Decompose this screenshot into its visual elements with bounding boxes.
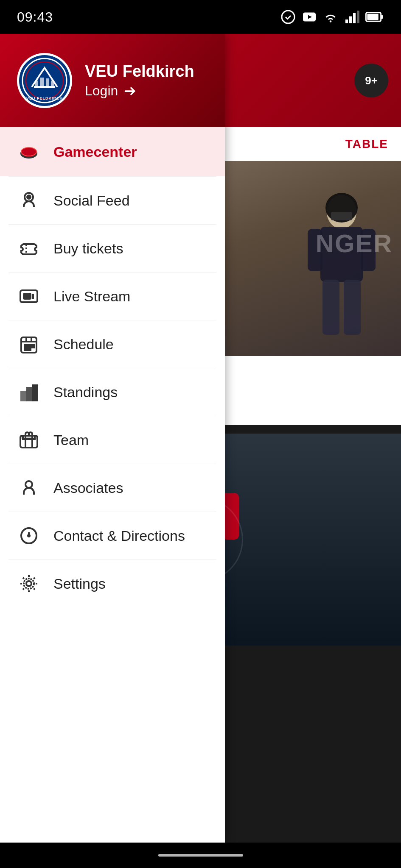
svg-rect-43	[24, 294, 31, 299]
drawer-title-block: VEU Feldkirch Login	[85, 62, 194, 99]
notification-badge: 9+	[365, 74, 378, 87]
svg-rect-31	[40, 78, 44, 87]
live-stream-label: Live Stream	[53, 288, 130, 305]
svg-rect-55	[28, 348, 31, 350]
buy-tickets-label: Buy tickets	[53, 240, 123, 257]
home-indicator[interactable]	[158, 854, 243, 857]
youtube-icon	[302, 9, 317, 25]
svg-rect-52	[28, 345, 31, 348]
logo-svg: VEU FELDKIRCH	[21, 57, 68, 104]
social-feed-label: Social Feed	[53, 192, 130, 209]
schedule-icon	[17, 332, 41, 356]
ticket-icon	[17, 236, 41, 260]
logo-inner: VEU FELDKIRCH	[19, 55, 70, 106]
associates-icon	[17, 476, 41, 500]
menu-item-team[interactable]: Team	[0, 416, 225, 464]
drawer-app-name: VEU Feldkirch	[85, 62, 194, 81]
menu-item-gamecenter[interactable]: Gamecenter	[0, 127, 225, 176]
menu-item-associates[interactable]: Associates	[0, 464, 225, 512]
svg-point-69	[24, 579, 34, 589]
team-icon	[17, 428, 41, 452]
menu-item-live-stream[interactable]: Live Stream	[0, 273, 225, 320]
settings-label: Settings	[53, 576, 106, 592]
check-circle-icon	[280, 9, 296, 25]
menu-item-buy-tickets[interactable]: Buy tickets	[0, 225, 225, 272]
svg-point-40	[27, 195, 31, 199]
svg-rect-9	[367, 14, 378, 20]
login-arrow-icon	[122, 83, 137, 99]
status-time: 09:43	[17, 9, 53, 25]
svg-rect-61	[20, 436, 37, 438]
status-icons	[280, 9, 384, 25]
svg-rect-33	[51, 81, 54, 87]
svg-rect-54	[25, 348, 27, 350]
notification-button[interactable]: 9+	[354, 64, 388, 97]
standings-label: Standings	[53, 384, 118, 401]
menu-item-schedule[interactable]: Schedule	[0, 320, 225, 368]
nav-tab-table[interactable]: TABLE	[345, 137, 388, 151]
svg-rect-5	[349, 17, 352, 24]
svg-point-68	[26, 581, 31, 586]
svg-rect-56	[21, 392, 25, 401]
gamecenter-label: Gamecenter	[53, 144, 137, 160]
app-container: 9+ TABLE 23	[0, 34, 401, 843]
svg-rect-58	[33, 385, 37, 401]
associates-label: Associates	[53, 480, 123, 496]
svg-rect-6	[353, 13, 356, 23]
svg-point-3	[330, 20, 332, 22]
svg-rect-57	[27, 388, 31, 401]
svg-rect-53	[31, 345, 34, 348]
signal-icon	[344, 9, 359, 25]
drawer-header: VEU FELDKIRCH VEU Feldkirch Login	[0, 34, 225, 127]
svg-point-64	[25, 481, 32, 488]
svg-rect-18	[331, 212, 352, 220]
menu-item-standings[interactable]: Standings	[0, 368, 225, 416]
jersey-text: NGER	[316, 229, 393, 258]
navigation-drawer: VEU FELDKIRCH VEU Feldkirch Login	[0, 34, 225, 843]
wifi-icon	[323, 9, 338, 25]
svg-rect-16	[344, 280, 361, 335]
menu-item-contact[interactable]: Contact & Directions	[0, 512, 225, 559]
svg-rect-15	[322, 280, 339, 335]
settings-icon	[17, 572, 41, 595]
svg-rect-32	[46, 78, 49, 87]
svg-rect-30	[35, 81, 38, 87]
drawer-login[interactable]: Login	[85, 83, 194, 99]
svg-rect-51	[25, 345, 27, 348]
svg-rect-4	[345, 19, 348, 23]
team-label: Team	[53, 432, 89, 448]
contact-directions-icon	[17, 524, 41, 548]
player-silhouette-1	[282, 186, 401, 356]
svg-text:VEU FELDKIRCH: VEU FELDKIRCH	[26, 96, 63, 100]
social-feed-icon	[17, 189, 41, 212]
live-stream-icon	[17, 284, 41, 308]
standings-icon	[17, 380, 41, 404]
app-logo: VEU FELDKIRCH	[17, 53, 72, 108]
menu-item-social-feed[interactable]: Social Feed	[0, 177, 225, 224]
contact-label: Contact & Directions	[53, 528, 185, 544]
svg-rect-10	[381, 15, 383, 19]
bottom-nav	[0, 843, 401, 868]
svg-rect-7	[357, 11, 359, 23]
battery-icon	[365, 9, 384, 25]
gamecenter-icon	[17, 140, 41, 164]
svg-point-0	[282, 11, 294, 23]
menu-item-settings[interactable]: Settings	[0, 560, 225, 607]
schedule-label: Schedule	[53, 336, 114, 353]
status-bar: 09:43	[0, 0, 401, 34]
